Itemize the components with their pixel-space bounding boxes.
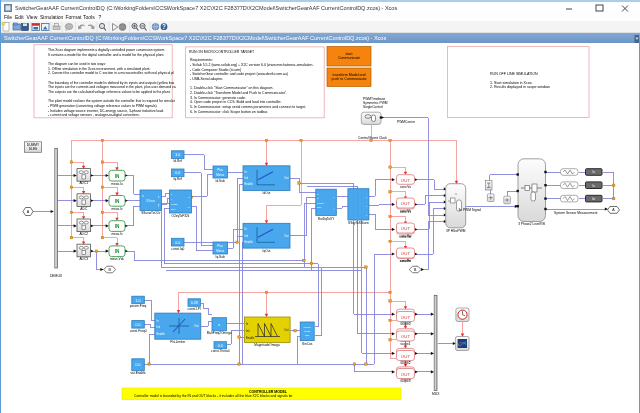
svg-text:IN: IN — [115, 224, 120, 229]
svg-text:?: ? — [99, 14, 102, 20]
svg-text:The inputs are the currents an: The inputs are the currents and voltages… — [48, 85, 176, 89]
svg-text:IN: IN — [115, 199, 120, 204]
svg-text:O2xyToF32k: O2xyToF32k — [172, 214, 190, 218]
svg-text:Simulation: Simulation — [40, 14, 64, 20]
svg-text:- USB-Serial adapter.: - USB-Serial adapter. — [190, 77, 223, 81]
svg-text:Init: Init — [245, 176, 249, 180]
svg-text:3 Phase2 LevelVSI: 3 Phase2 LevelVSI — [518, 222, 545, 226]
svg-text:RotDqToXY: RotDqToXY — [318, 217, 336, 221]
svg-text:Plus: Plus — [217, 168, 223, 172]
svg-text:2. Convert the controller mode: 2. Convert the controller model to C sec… — [48, 71, 174, 75]
svg-text:Enable: Enable — [157, 332, 166, 336]
svg-text:2. Double-click "Transform Mod: 2. Double-click "Transform Model and Pus… — [190, 91, 287, 95]
svg-text:conv.Vv: conv.Vv — [400, 209, 412, 213]
svg-text:0.0: 0.0 — [136, 323, 141, 327]
svg-text:Iu: Iu — [592, 170, 595, 174]
svg-text:sine: sine — [317, 206, 322, 209]
svg-text:Minus: Minus — [216, 249, 225, 253]
svg-text:ADC2: ADC2 — [79, 232, 88, 236]
svg-text:Format: Format — [66, 14, 82, 20]
svg-text:Requirements:: Requirements: — [190, 58, 213, 62]
svg-text:CONTROLLER MODEL: CONTROLLER MODEL — [249, 390, 288, 394]
svg-text:IN: IN — [115, 174, 120, 179]
svg-text:meas.Is: meas.Is — [111, 232, 123, 236]
svg-text:Flit-Limiter: Flit-Limiter — [170, 340, 186, 344]
svg-text:SSuvw: SSuvw — [146, 199, 156, 203]
svg-text:conv.En: conv.En — [400, 259, 412, 263]
svg-text:3. In Communicator: generate c: 3. In Communicator: generate code. — [190, 96, 246, 100]
svg-text:ADC3: ADC3 — [79, 257, 88, 261]
svg-text:MultFreq2Omega: MultFreq2Omega — [207, 331, 232, 335]
svg-text:OUT: OUT — [401, 178, 411, 183]
svg-text:This Xcos diagram implements a: This Xcos diagram implements a digitally… — [48, 48, 165, 52]
svg-text:View: View — [27, 14, 38, 20]
svg-text:Init: Init — [245, 234, 249, 238]
svg-text:cosine: cosine — [171, 203, 179, 206]
svg-text:Minus: Minus — [216, 173, 225, 177]
svg-text:SwitcherGearAAF CurrentControl: SwitcherGearAAF CurrentControlDQ (C:\Wor… — [15, 5, 397, 11]
svg-text:The boundary of the controller: The boundary of the controller model is … — [48, 81, 175, 85]
svg-text:IqOut: IqOut — [263, 249, 271, 253]
svg-text:System Sensor Measurement: System Sensor Measurement — [554, 211, 598, 215]
svg-text:const.Iq0: const.Iq0 — [171, 247, 184, 251]
svg-text:conv.Vu: conv.Vu — [400, 185, 411, 189]
svg-text:1.0: 1.0 — [136, 299, 141, 303]
svg-text:cosine: cosine — [304, 326, 312, 329]
svg-text:Out: Out — [284, 176, 289, 180]
svg-text:1. Double-click "Start Communi: 1. Double-click "Start Communicator" on … — [190, 86, 273, 90]
svg-text:scope1: scope1 — [400, 342, 411, 346]
svg-text:MagnitudeOmega: MagnitudeOmega — [254, 343, 280, 347]
svg-text:scope3: scope3 — [400, 379, 411, 383]
svg-text:conv.Vw: conv.Vw — [400, 234, 413, 238]
svg-text:3P HSwPWM: 3P HSwPWM — [446, 229, 466, 233]
svg-text:Controller model is bounded by: Controller model is bounded by the IN an… — [134, 394, 293, 398]
svg-text:start: start — [346, 52, 353, 56]
svg-text:SSuvwToO2v: SSuvwToO2v — [141, 211, 161, 215]
svg-text:meas.Iu: meas.Iu — [111, 182, 123, 186]
svg-text:Id.Ref: Id.Ref — [173, 159, 182, 163]
svg-text:OUT: OUT — [401, 251, 411, 256]
svg-text:Iq.Ref: Iq.Ref — [173, 177, 182, 181]
svg-text:ADC: ADC — [80, 207, 88, 211]
svg-text:3x PWM Signal: 3x PWM Signal — [459, 208, 482, 212]
svg-text:Init: Init — [157, 325, 161, 329]
svg-text:RUN OFF LINE SIMULATION: RUN OFF LINE SIMULATION — [490, 72, 538, 76]
svg-text:The outputs are the calculated: The outputs are the calculated voltage r… — [48, 90, 171, 94]
svg-text:PWMCarrier: PWMCarrier — [397, 120, 416, 124]
svg-text:6. In Communicator: click Scop: 6. In Communicator: click Scope button o… — [190, 110, 268, 114]
svg-text:Enable: Enable — [246, 336, 255, 340]
svg-text:Central Event Clock: Central Event Clock — [358, 136, 387, 140]
svg-text:OUT: OUT — [401, 354, 411, 359]
svg-text:param.Freq: param.Freq — [130, 304, 147, 308]
svg-text:push to Communicate: push to Communicate — [332, 77, 367, 81]
svg-text:const.Theta0: const.Theta0 — [211, 349, 230, 353]
svg-text:File: File — [4, 14, 12, 20]
svg-text:RUN ON MICROCONTROLLER TARGET: RUN ON MICROCONTROLLER TARGET — [189, 50, 255, 54]
svg-text:w: w — [365, 214, 367, 217]
svg-text:OUT: OUT — [401, 372, 411, 377]
svg-text:meas.Iv: meas.Iv — [111, 207, 123, 211]
svg-text:OUT: OUT — [401, 226, 411, 231]
svg-text:?: ? — [162, 23, 166, 30]
svg-text:theta: theta — [304, 330, 310, 333]
svg-text:0.0: 0.0 — [175, 241, 180, 245]
svg-text:IdOut: IdOut — [263, 191, 271, 195]
svg-text:3.0: 3.0 — [175, 153, 180, 157]
svg-text:Edit: Edit — [15, 14, 24, 20]
svg-text:var.Enable: var.Enable — [131, 371, 146, 375]
svg-text:- current and voltage sensors: - current and voltage sensors , analoger… — [48, 113, 140, 117]
svg-text:It contains a model for the di: It contains a model for the digital cont… — [48, 53, 164, 57]
svg-text:const.Freq0: const.Freq0 — [130, 329, 147, 333]
svg-text:- PWM generation (converting v: - PWM generation (converting voltage ref… — [48, 104, 158, 108]
svg-text:OUT: OUT — [401, 315, 411, 320]
svg-text:Enable: Enable — [245, 182, 254, 186]
svg-text:transform Model and: transform Model and — [333, 73, 366, 77]
svg-text:DLES: DLES — [29, 147, 38, 151]
svg-text:Communicate: Communicate — [338, 56, 360, 60]
svg-text:scope0: scope0 — [400, 322, 411, 326]
svg-text:Enable: Enable — [245, 240, 254, 244]
svg-text:DEMUX: DEMUX — [50, 274, 63, 278]
svg-text:4. Open code project in CCS. B: 4. Open code project in CCS. Build and l… — [190, 100, 281, 104]
svg-text:scope2: scope2 — [400, 361, 411, 365]
svg-text:- Code Composer Studio (ti.com: - Code Composer Studio (ti.com) — [190, 68, 241, 72]
